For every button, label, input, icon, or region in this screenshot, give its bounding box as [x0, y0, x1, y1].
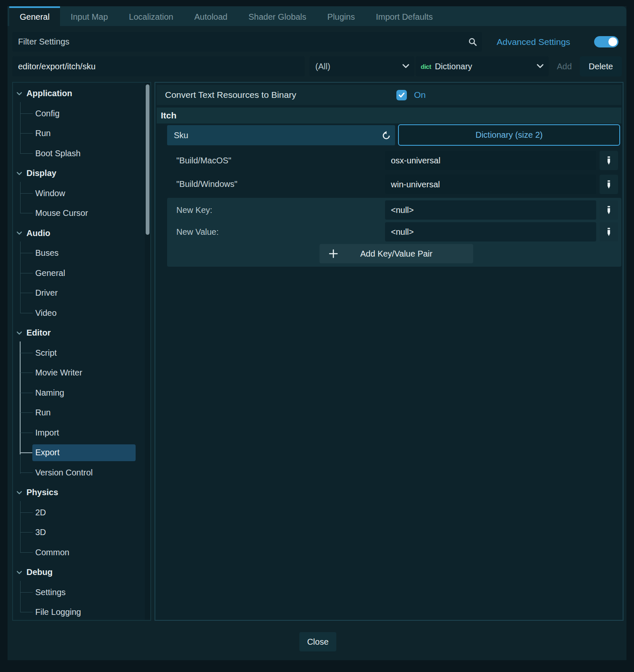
checkbox-state-label: On — [414, 85, 426, 105]
sidebar-category-physics[interactable]: Physics — [13, 483, 144, 503]
search-icon — [468, 37, 478, 47]
convert-text-resources-checkbox[interactable] — [396, 90, 407, 100]
sidebar-item-window[interactable]: Window — [13, 184, 144, 204]
sidebar-item-script[interactable]: Script — [13, 343, 144, 363]
sidebar-item-mouse-cursor[interactable]: Mouse Cursor — [13, 203, 144, 223]
new-key-value-panel: New Key: <null> New Value: <null> Add Ke… — [167, 198, 621, 267]
sidebar-item-version-control[interactable]: Version Control — [13, 463, 144, 483]
close-button[interactable]: Close — [299, 632, 336, 651]
itch-section-header: Itch — [157, 108, 621, 123]
add-key-value-pair-button[interactable]: Add Key/Value Pair — [320, 244, 473, 263]
sidebar-section-application: Application Config Run Boot Splash — [13, 84, 144, 163]
sidebar-scrollbar-thumb[interactable] — [146, 84, 149, 235]
type-value: Dictionary — [435, 62, 472, 71]
sidebar-item-import[interactable]: Import — [13, 423, 144, 443]
sidebar-item-settings[interactable]: Settings — [13, 583, 144, 603]
sidebar-item-common[interactable]: Common — [13, 543, 144, 563]
new-value-label: New Value: — [176, 221, 219, 243]
sidebar-item-label: Naming — [35, 388, 64, 398]
sidebar-item-label: Settings — [35, 588, 65, 597]
sidebar-category-display[interactable]: Display — [13, 163, 144, 184]
property-path-text: editor/export/itch/sku — [18, 62, 96, 71]
dictionary-value-button[interactable]: Dictionary (size 2) — [398, 124, 620, 146]
property-path-input[interactable]: editor/export/itch/sku — [12, 56, 305, 76]
tab-plugins[interactable]: Plugins — [317, 6, 366, 26]
chevron-down-icon — [16, 570, 22, 575]
sidebar-item-label: Movie Writer — [35, 368, 82, 378]
chevron-down-icon — [16, 231, 22, 235]
tab-bar: General Input Map Localization Autoload … — [8, 6, 626, 26]
edit-new-value-button[interactable] — [600, 222, 618, 242]
sku-property-label: Sku — [174, 125, 188, 145]
new-value-field[interactable]: <null> — [385, 222, 596, 242]
sidebar-item-boot-splash[interactable]: Boot Splash — [13, 144, 144, 164]
sidebar-item-driver[interactable]: Driver — [13, 283, 144, 303]
sidebar-section-editor: Editor Script Movie Writer Naming Run Im… — [13, 323, 144, 483]
sidebar-category-editor[interactable]: Editor — [13, 323, 144, 343]
sku-property-row[interactable]: Sku — [167, 125, 395, 145]
delete-property-button[interactable]: Delete — [580, 56, 622, 76]
new-key-field[interactable]: <null> — [385, 200, 596, 220]
edit-new-key-button[interactable] — [600, 200, 618, 220]
sidebar-item-file-logging[interactable]: File Logging — [13, 602, 144, 621]
dict-value-field[interactable]: win-universal — [385, 175, 596, 194]
sidebar-category-label: Physics — [26, 488, 58, 497]
sidebar-item-general[interactable]: General — [13, 263, 144, 284]
sidebar-item-export[interactable]: Export — [13, 443, 144, 463]
sidebar-item-label: Config — [35, 109, 60, 118]
sidebar-item-label: Import — [35, 428, 59, 438]
sidebar-category-label: Application — [26, 89, 72, 98]
advanced-settings-toggle[interactable] — [594, 36, 618, 47]
tree-children: Window Mouse Cursor — [13, 184, 144, 223]
edit-value-button[interactable] — [600, 151, 618, 170]
filter-settings-input[interactable] — [12, 32, 482, 52]
sidebar-item-naming[interactable]: Naming — [13, 383, 144, 403]
tab-label: Plugins — [327, 12, 355, 22]
dict-value-field[interactable]: osx-universal — [385, 151, 596, 170]
sidebar-item-run[interactable]: Run — [13, 123, 144, 144]
tree-children: Settings File Logging — [13, 583, 144, 621]
sidebar-item-movie-writer[interactable]: Movie Writer — [13, 363, 144, 383]
dialog-window: General Input Map Localization Autoload … — [8, 6, 626, 660]
revert-icon[interactable] — [382, 131, 391, 140]
sidebar-item-label: Version Control — [35, 468, 93, 478]
sidebar-item-label: Driver — [35, 288, 58, 298]
settings-category-tree: Application Config Run Boot Splash Displ… — [12, 82, 151, 621]
tab-shader-globals[interactable]: Shader Globals — [238, 6, 317, 26]
add-key-value-pair-label: Add Key/Value Pair — [360, 249, 432, 258]
sidebar-category-debug[interactable]: Debug — [13, 562, 144, 583]
sidebar-item-label: Buses — [35, 248, 59, 258]
chevron-down-icon — [16, 331, 22, 335]
add-property-button[interactable]: Add — [552, 56, 577, 76]
sidebar-section-audio: Audio Buses General Driver Video — [13, 223, 144, 323]
sidebar-item-buses[interactable]: Buses — [13, 243, 144, 263]
tab-general[interactable]: General — [9, 6, 60, 26]
sidebar-category-label: Editor — [26, 328, 51, 338]
sidebar-item-label: Script — [35, 348, 57, 358]
tab-import-defaults[interactable]: Import Defaults — [365, 6, 443, 26]
sidebar-item-2d[interactable]: 2D — [13, 503, 144, 523]
sidebar-scrollbar-track[interactable] — [145, 83, 150, 620]
tree-children: Script Movie Writer Naming Run Import Ex… — [13, 343, 144, 483]
dictionary-type-icon: dict — [421, 63, 431, 70]
tab-input-map[interactable]: Input Map — [60, 6, 118, 26]
sidebar-category-audio[interactable]: Audio — [13, 223, 144, 244]
sidebar-category-application[interactable]: Application — [13, 84, 144, 104]
sidebar-item-video[interactable]: Video — [13, 303, 144, 323]
settings-panel: Convert Text Resources to Binary On Itch… — [155, 82, 624, 621]
sidebar-section-debug: Debug Settings File Logging — [13, 562, 144, 621]
edit-value-button[interactable] — [600, 175, 618, 194]
type-dropdown[interactable]: dict Dictionary — [416, 56, 549, 76]
tab-autoload[interactable]: Autoload — [184, 6, 238, 26]
sidebar-item-label: Video — [35, 308, 57, 318]
tab-localization[interactable]: Localization — [118, 6, 184, 26]
tree: Application Config Run Boot Splash Displ… — [13, 84, 144, 621]
sidebar-item-label: Run — [35, 408, 51, 417]
sidebar-item-config[interactable]: Config — [13, 104, 144, 124]
tab-label: Input Map — [71, 12, 108, 22]
dict-value-text: win-universal — [391, 180, 440, 189]
sidebar-item-3d[interactable]: 3D — [13, 522, 144, 543]
chevron-down-icon — [16, 92, 22, 96]
sidebar-item-run-editor[interactable]: Run — [13, 403, 144, 423]
feature-filter-dropdown[interactable]: (All) — [309, 56, 414, 76]
